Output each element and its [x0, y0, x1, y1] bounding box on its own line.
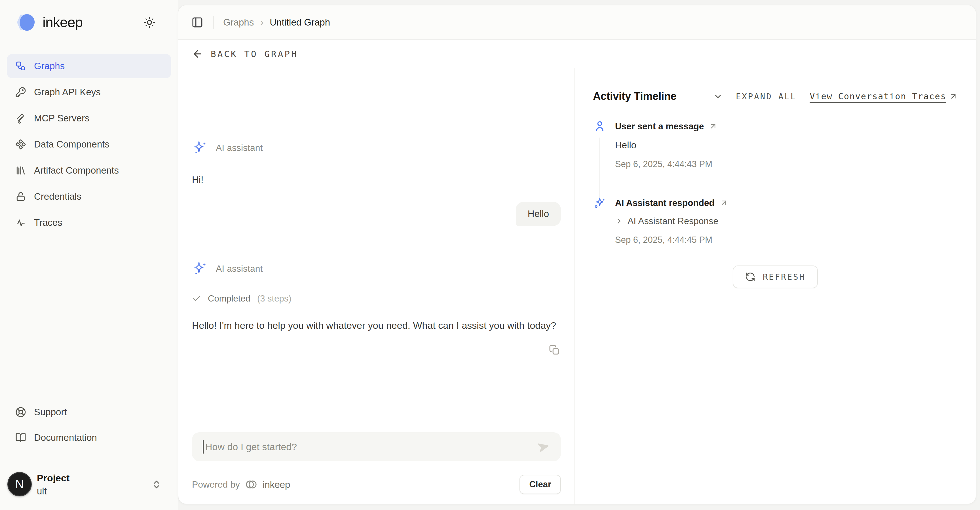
status-label: Completed [208, 293, 250, 304]
chat-input[interactable] [204, 441, 536, 453]
status-steps: (3 steps) [257, 293, 291, 304]
timeline-item-timestamp: Sep 6, 2025, 4:44:43 PM [615, 159, 958, 169]
activity-timeline-panel: Activity Timeline EXPAND ALL [575, 69, 976, 504]
book-open-icon [15, 432, 26, 443]
sidebar: inkeep Graphs [0, 0, 178, 510]
chevron-right-icon [615, 217, 623, 225]
topbar: Graphs › Untitled Graph [178, 5, 976, 40]
timeline-rail [593, 120, 606, 196]
user-message-row: Hello [192, 202, 561, 226]
sparkles-icon [192, 140, 208, 156]
message-actions [192, 345, 561, 355]
sidebar-item-support[interactable]: Support [7, 400, 171, 424]
copy-button[interactable] [549, 345, 560, 355]
theme-toggle-button[interactable] [143, 16, 155, 29]
timeline-header-actions: EXPAND ALL View Conversation Traces [713, 91, 958, 101]
arrow-up-right-icon [720, 199, 728, 207]
sidebar-item-mcp-servers[interactable]: MCP Servers [7, 106, 171, 131]
sidebar-item-label: Credentials [34, 191, 81, 202]
activity-icon [15, 217, 26, 228]
timeline-rail [593, 196, 606, 247]
lock-icon [15, 191, 26, 202]
chevron-down-icon [713, 92, 723, 101]
sidebar-item-graph-api-keys[interactable]: Graph API Keys [7, 80, 171, 104]
project-title: Project [37, 473, 70, 484]
arrow-left-icon [192, 48, 203, 60]
spacer [192, 355, 561, 432]
avatar: N [7, 472, 32, 496]
sidebar-item-label: Graph API Keys [34, 87, 101, 97]
sidebar-item-graphs[interactable]: Graphs [7, 54, 171, 78]
inkeep-logo[interactable]: inkeep [15, 13, 83, 32]
mcp-icon [15, 113, 26, 124]
component-icon [15, 139, 26, 150]
main-card: Graphs › Untitled Graph BACK TO GRAPH [178, 5, 976, 504]
sparkles-icon [192, 261, 208, 277]
timeline-item-timestamp: Sep 6, 2025, 4:44:45 PM [615, 235, 958, 245]
chevrons-up-down-icon [151, 480, 162, 489]
breadcrumb: Graphs › Untitled Graph [223, 16, 330, 29]
back-to-graph-button[interactable]: BACK TO GRAPH [178, 40, 976, 69]
send-icon [537, 440, 550, 453]
topbar-divider [213, 16, 213, 29]
timeline-items: User sent a message Hello Sep 6, 2025, 4… [593, 120, 958, 247]
sidebar-item-data-components[interactable]: Data Components [7, 132, 171, 156]
collapse-timeline-button[interactable] [713, 92, 723, 101]
sidebar-item-label: Traces [34, 217, 62, 228]
back-to-graph-label: BACK TO GRAPH [211, 49, 298, 59]
text-cursor [203, 440, 204, 454]
project-subtitle: ult [37, 486, 70, 497]
assistant-label: AI assistant [216, 143, 262, 153]
expand-all-button[interactable]: EXPAND ALL [736, 92, 797, 101]
sidebar-item-label: Support [34, 407, 67, 418]
assistant-message: Hello! I'm here to help you with whateve… [192, 318, 561, 333]
user-icon [593, 120, 606, 132]
sidebar-nav: Graphs Graph API Keys [7, 54, 171, 235]
timeline-item-title: User sent a message [615, 121, 704, 132]
timeline-item-assistant-response: AI Assistant responded [593, 196, 958, 247]
view-conversation-traces-link[interactable]: View Conversation Traces [810, 91, 958, 101]
check-icon [192, 294, 201, 303]
assistant-message-header: AI assistant [192, 140, 561, 156]
project-info: Project ult [37, 473, 70, 497]
refresh-icon [745, 272, 756, 282]
breadcrumb-separator: › [260, 16, 263, 29]
clear-button[interactable]: Clear [520, 475, 561, 494]
sidebar-item-documentation[interactable]: Documentation [7, 426, 171, 450]
chat-input-container [192, 432, 561, 461]
powered-by-label: Powered by [192, 480, 240, 490]
powered-by[interactable]: Powered by inkeep [192, 478, 290, 491]
project-selector[interactable]: N Project ult [7, 467, 171, 502]
arrow-up-right-icon [709, 122, 718, 131]
breadcrumb-graphs[interactable]: Graphs [223, 17, 254, 28]
refresh-label: REFRESH [763, 272, 805, 282]
assistant-message-header: AI assistant [192, 261, 561, 277]
timeline-item-title-row[interactable]: AI Assistant responded [615, 196, 958, 209]
sidebar-toggle-button[interactable] [191, 16, 203, 29]
refresh-button[interactable]: REFRESH [733, 266, 818, 288]
timeline-item-body: User sent a message Hello Sep 6, 2025, 4… [615, 120, 958, 196]
send-button[interactable] [537, 440, 550, 453]
sidebar-item-traces[interactable]: Traces [7, 210, 171, 235]
sun-icon [143, 16, 155, 29]
panel-left-icon [191, 16, 203, 29]
assistant-response-expander[interactable]: AI Assistant Response [615, 216, 958, 226]
sidebar-header: inkeep [7, 13, 171, 32]
assistant-status-row[interactable]: Completed (3 steps) [192, 293, 561, 304]
timeline-item-title-row[interactable]: User sent a message [615, 120, 958, 132]
workflow-icon [15, 61, 26, 72]
sidebar-item-label: Data Components [34, 139, 110, 150]
sidebar-item-credentials[interactable]: Credentials [7, 184, 171, 209]
user-message-bubble: Hello [516, 202, 561, 226]
chat-footer: Powered by inkeep Clear [192, 475, 561, 494]
content-row: AI assistant Hi! Hello [178, 69, 976, 504]
timeline-item-user-message: User sent a message Hello Sep 6, 2025, 4… [593, 120, 958, 196]
key-icon [15, 87, 26, 97]
sidebar-item-artifact-components[interactable]: Artifact Components [7, 158, 171, 183]
sidebar-item-label: Graphs [34, 61, 65, 72]
sidebar-footer-nav: Support Documentation N Project ult [7, 400, 171, 502]
life-buoy-icon [15, 407, 26, 418]
app-root: inkeep Graphs [0, 0, 980, 510]
view-traces-label: View Conversation Traces [810, 91, 946, 101]
timeline-item-message: Hello [615, 140, 958, 151]
